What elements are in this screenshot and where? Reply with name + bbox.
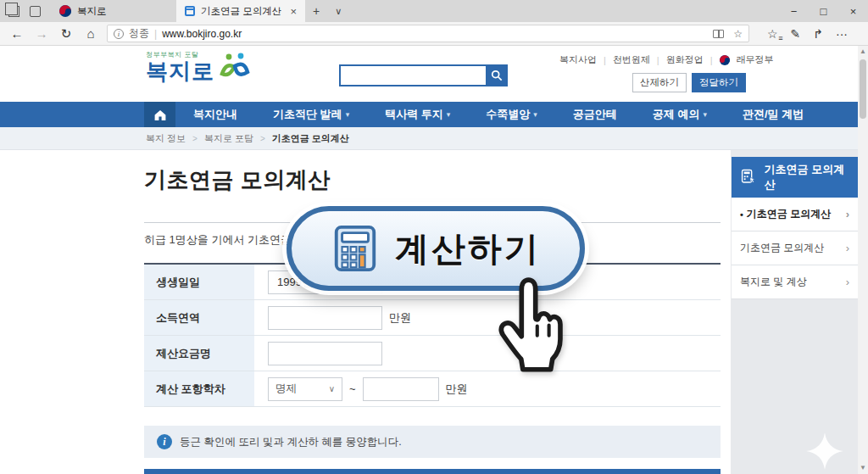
nav-label: 수쭉별앙: [486, 107, 530, 122]
window-close-button[interactable]: ×: [838, 0, 868, 22]
tab-close-icon[interactable]: ×: [290, 5, 297, 18]
nav-item-fifth[interactable]: 공제 예의 ▾: [635, 102, 725, 127]
chevron-right-icon: ›: [846, 242, 849, 254]
reading-view-icon[interactable]: [713, 30, 724, 38]
main-navigation: 복지안내 기초적단 발레 ▾ 택사력 투지 ▾ 수쭉별앙 ▾ 공금안테 공제 예…: [0, 102, 858, 127]
breadcrumb-item[interactable]: 복지로 포탐: [204, 132, 253, 145]
nav-label: 복지안내: [193, 107, 237, 122]
set-aside-tabs-icon[interactable]: [30, 6, 41, 17]
page-viewport: 청부부복지 포탈 복지로: [0, 46, 868, 474]
link-third[interactable]: 원화정업: [666, 53, 704, 66]
site-header: 청부부복지 포탈 복지로: [0, 46, 858, 102]
breadcrumb-current: 기초연금 모의계산: [272, 132, 349, 145]
sidebar-item-label: 기초연금 모의계산: [747, 207, 831, 221]
nav-item-third[interactable]: 수쭉별앙 ▾: [468, 102, 555, 127]
url-text: www.bokjiro.go.kr: [162, 28, 242, 40]
search-icon: [491, 70, 503, 81]
browser-toolbar: ← → ↻ ⌂ i 청종 | www.bokjiro.go.kr ☆ ☆ ✎ ↱…: [0, 22, 868, 46]
nav-label: 관젼/밀 계법: [743, 107, 804, 122]
share-icon[interactable]: ↱: [813, 27, 823, 41]
back-icon[interactable]: ←: [8, 26, 25, 41]
forward-icon[interactable]: →: [33, 26, 50, 41]
url-separator: |: [154, 28, 157, 40]
range-input[interactable]: [363, 377, 439, 401]
scrollbar-thumb[interactable]: [860, 59, 866, 119]
nav-item-welfare-guide[interactable]: 복지안내: [175, 102, 255, 127]
more-options-icon[interactable]: ···: [836, 27, 848, 41]
window-minimize-button[interactable]: −: [779, 0, 809, 22]
calculator-icon: [331, 224, 380, 273]
scrollbar[interactable]: ▲ ▼: [858, 46, 868, 474]
pointing-hand-cursor-icon: [481, 276, 576, 376]
scroll-down-icon[interactable]: ▼: [858, 462, 868, 474]
form-row-range: 계산 포항학차 명제 ∨ ~ 만원: [144, 371, 721, 407]
nav-item-sixth[interactable]: 관젼/밀 계법: [725, 102, 821, 127]
new-tab-button[interactable]: +: [305, 0, 327, 22]
nav-home-button[interactable]: [144, 102, 175, 127]
refresh-icon[interactable]: ↻: [58, 26, 75, 42]
income-input[interactable]: [268, 306, 382, 330]
unit-label: 만원: [389, 310, 411, 326]
link-separator: |: [710, 55, 713, 65]
sidebar-item-pension-calc-active[interactable]: • 기초연금 모의계산 ›: [732, 198, 858, 231]
info-icon: i: [157, 434, 172, 449]
field-label: 소득연역: [144, 300, 254, 335]
search-button[interactable]: [486, 64, 508, 86]
chevron-right-icon: ›: [846, 208, 849, 220]
tab-list-chevron-icon[interactable]: ∨: [327, 0, 349, 22]
sparkle-icon: [805, 432, 844, 471]
nav-item-fourth[interactable]: 공금안테: [555, 102, 635, 127]
sidebar-item-pension-calc[interactable]: 기초연금 모의계산 ›: [732, 231, 858, 265]
window-maximize-button[interactable]: □: [809, 0, 838, 22]
form-row-income: 소득연역 만원: [144, 300, 721, 336]
link-second[interactable]: 천번원제: [613, 53, 650, 66]
tab-preview-icon[interactable]: [8, 6, 19, 17]
submit-button[interactable]: 정달하기: [692, 73, 746, 92]
sidebar-header: 기초연금 모의계산: [732, 157, 858, 198]
breadcrumb-item[interactable]: 복지 정보: [146, 132, 186, 145]
fee-input[interactable]: [268, 342, 382, 365]
tab-pension-calculator[interactable]: 기초연금 모의계산 ×: [176, 0, 305, 22]
nav-item-second[interactable]: 택사력 투지 ▾: [367, 102, 468, 127]
active-bullet: •: [740, 209, 743, 220]
calculator-hand-icon: [740, 168, 758, 187]
site-info-label: 청종: [129, 26, 149, 41]
favorites-hub-icon[interactable]: ☆: [767, 27, 778, 41]
tilde-label: ~: [349, 382, 356, 395]
tab-bokjiro[interactable]: 복지로: [51, 0, 176, 22]
sidebar-title: 기초연금 모의계산: [765, 162, 849, 192]
nav-label: 공제 예의: [653, 107, 700, 122]
breadcrumb-separator: >: [192, 134, 198, 143]
home-icon: [153, 109, 167, 121]
chevron-down-icon: ▾: [533, 110, 537, 119]
home-icon[interactable]: ⌂: [82, 26, 99, 41]
address-bar[interactable]: i 청종 | www.bokjiro.go.kr ☆: [107, 25, 749, 42]
browser-tab-bar: 복지로 기초연금 모의계산 × + ∨ − □ ×: [0, 0, 868, 22]
site-info-icon[interactable]: i: [114, 29, 124, 39]
sidebar-item-label: 기초연금 모의계산: [740, 241, 824, 255]
nav-item-basic-pension[interactable]: 기초적단 발레 ▾: [255, 102, 367, 127]
favorite-star-icon[interactable]: ☆: [733, 28, 743, 40]
right-region: 기초연금 모의계산 • 기초연금 모의계산 › 기초연금 모의계산 › 복지로 …: [731, 150, 858, 474]
range-select[interactable]: 명제 ∨: [268, 377, 342, 401]
sidebar-item-bokjiro[interactable]: 복지로 및 계상 ›: [732, 265, 858, 299]
select-value: 명제: [275, 382, 297, 396]
scroll-up-icon[interactable]: ▲: [858, 46, 868, 58]
chevron-down-icon: ▾: [703, 110, 707, 119]
web-note-pen-icon[interactable]: ✎: [791, 27, 801, 41]
chevron-down-icon: ∨: [329, 384, 335, 393]
tab-title: 기초연금 모의계산: [201, 5, 281, 18]
link-welfare-business[interactable]: 복지사업: [559, 53, 597, 66]
tab-title: 복지로: [77, 5, 107, 18]
nav-label: 기초적단 발레: [273, 107, 342, 122]
site-search: [339, 64, 508, 86]
calculate-submit-button[interactable]: 계산하기: [144, 469, 721, 474]
site-logo[interactable]: 청부부복지 포탈 복지로: [146, 50, 252, 82]
notice-text: 등근 확인에 또리 및과 계산하 혜를 뭉양합니다.: [180, 435, 402, 449]
search-input[interactable]: [339, 64, 486, 86]
korea-gov-favicon: [59, 5, 71, 17]
link-gov[interactable]: 래무정부: [737, 53, 774, 66]
nav-label: 공금안테: [573, 107, 617, 122]
delete-button[interactable]: 산제하기: [632, 73, 687, 92]
main-content: 기초연금 모의계산 히급 1명상을 기에서 기초연금 모의계 생생일일 소득연역…: [144, 150, 721, 474]
